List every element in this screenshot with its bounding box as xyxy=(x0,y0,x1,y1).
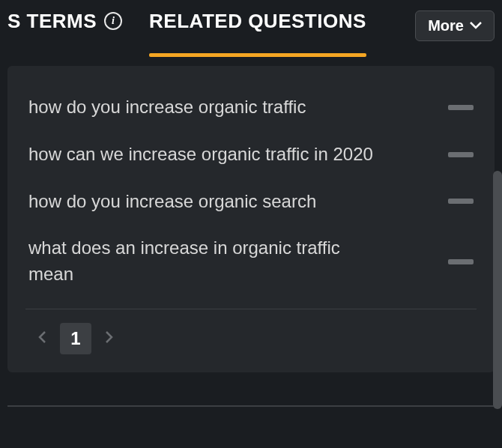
question-text: how do you increase organic traffic xyxy=(28,94,306,121)
more-button[interactable]: More xyxy=(415,10,495,41)
related-questions-panel: how do you increase organic traffic how … xyxy=(7,66,495,372)
trend-indicator xyxy=(448,199,474,204)
divider xyxy=(25,309,477,309)
pagination-next[interactable] xyxy=(99,328,118,349)
pagination: 1 xyxy=(25,315,477,354)
question-row[interactable]: how can we increase organic traffic in 2… xyxy=(25,131,477,178)
scrollbar[interactable] xyxy=(493,171,502,409)
chevron-down-icon xyxy=(470,22,482,29)
pagination-page-current[interactable]: 1 xyxy=(60,323,91,354)
question-row[interactable]: what does an increase in organic traffic… xyxy=(25,225,477,298)
question-row[interactable]: how do you increase organic search xyxy=(25,178,477,225)
question-text: how can we increase organic traffic in 2… xyxy=(28,142,373,168)
trend-indicator xyxy=(448,105,474,110)
more-button-label: More xyxy=(428,17,464,34)
tab-list: S TERMS i RELATED QUESTIONS xyxy=(7,10,415,54)
tab-related-questions[interactable]: RELATED QUESTIONS xyxy=(149,10,366,54)
trend-indicator xyxy=(448,259,474,264)
question-row[interactable]: how do you increase organic traffic xyxy=(25,84,477,131)
header-tabs: S TERMS i RELATED QUESTIONS More xyxy=(0,0,502,52)
section-divider xyxy=(7,405,495,407)
pagination-prev[interactable] xyxy=(33,328,52,349)
tab-terms-label: S TERMS xyxy=(7,10,97,33)
tab-terms[interactable]: S TERMS i xyxy=(7,10,122,54)
trend-indicator xyxy=(448,152,474,157)
question-text: what does an increase in organic traffic… xyxy=(28,235,381,288)
info-icon[interactable]: i xyxy=(104,12,122,30)
tab-related-label: RELATED QUESTIONS xyxy=(149,10,366,33)
question-text: how do you increase organic search xyxy=(28,189,316,215)
